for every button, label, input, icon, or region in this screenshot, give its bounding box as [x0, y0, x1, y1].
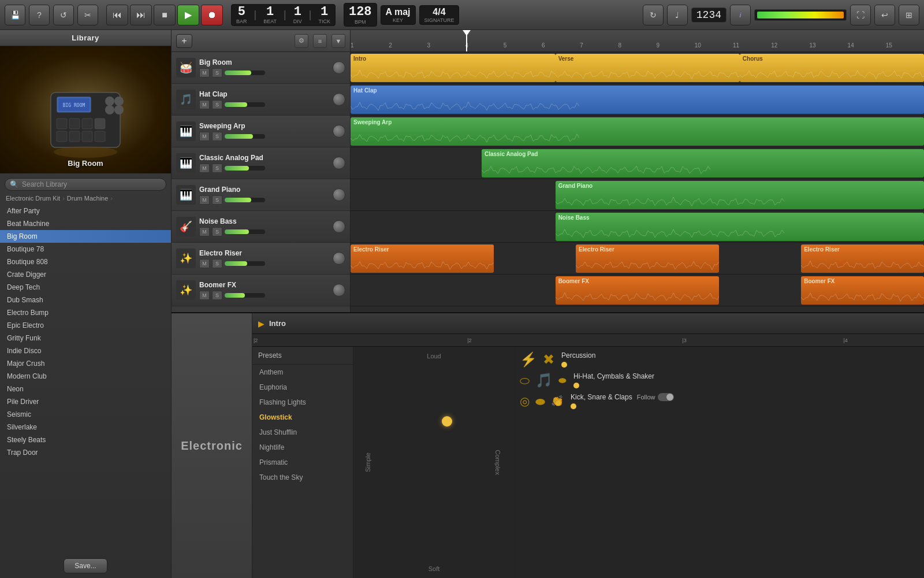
library-item-big-room[interactable]: Big Room [0, 230, 171, 243]
beat-play-icon[interactable]: ▶ [258, 319, 264, 328]
track-knob-electro-riser[interactable] [333, 252, 345, 265]
clip-boomer-fx[interactable]: Boomer FX [801, 276, 924, 305]
library-item-boutique-808[interactable]: Boutique 808 [0, 255, 171, 268]
disk-button[interactable]: 💾 [5, 5, 25, 25]
clip-electro-riser[interactable]: Electro Riser [576, 244, 719, 273]
library-item-dub-smash[interactable]: Dub Smash [0, 294, 171, 306]
track-tool-btn-1[interactable]: ⚙ [295, 34, 308, 48]
track-fader-hat-clap[interactable] [225, 102, 265, 107]
library-item-beat-machine[interactable]: Beat Machine [0, 217, 171, 230]
signature-display[interactable]: 4/4 signature [419, 5, 460, 25]
track-fader-grand-piano[interactable] [225, 198, 265, 202]
metronome-button[interactable]: ♩ [667, 5, 688, 25]
record-button[interactable]: ⏺ [201, 5, 223, 25]
library-item-after-party[interactable]: After Party [0, 205, 171, 217]
bpm-display[interactable]: 128 bpm [344, 3, 377, 27]
library-item-modern-club[interactable]: Modern Club [0, 370, 171, 383]
track-solo-noise-bass[interactable]: S [212, 227, 222, 236]
library-item-gritty-funk[interactable]: Gritty Funk [0, 332, 171, 344]
track-mute-hat-clap[interactable]: M [199, 100, 210, 109]
preset-touch-the-sky[interactable]: Touch the Sky [252, 470, 353, 485]
search-input[interactable] [22, 180, 161, 188]
search-bar[interactable]: 🔍 [5, 178, 166, 191]
scissors-button[interactable]: ✂ [77, 5, 98, 25]
clip-chorus[interactable]: Chorus [740, 54, 924, 82]
percussion-dot[interactable] [561, 362, 567, 368]
library-item-major-crush[interactable]: Major Crush [0, 357, 171, 370]
track-knob-classic-analog-pad[interactable] [333, 157, 345, 169]
track-solo-electro-riser[interactable]: S [212, 259, 222, 268]
clip-boomer-fx[interactable]: Boomer FX [556, 276, 720, 305]
library-item-trap-door[interactable]: Trap Door [0, 446, 171, 459]
library-item-seismic[interactable]: Seismic [0, 408, 171, 421]
track-solo-hat-clap[interactable]: S [212, 100, 222, 109]
clip-hat-clap[interactable]: Hat Clap [351, 86, 924, 114]
kick-dot[interactable] [571, 403, 576, 409]
library-item-neon[interactable]: Neon [0, 383, 171, 395]
library-item-deep-tech[interactable]: Deep Tech [0, 281, 171, 294]
track-mute-sweeping-arp[interactable]: M [199, 132, 210, 141]
preset-euphoria[interactable]: Euphoria [252, 380, 353, 395]
play-button[interactable]: ▶ [177, 5, 199, 25]
track-mute-classic-analog-pad[interactable]: M [199, 164, 210, 173]
loop-button[interactable]: ↺ [53, 5, 74, 25]
clip-intro[interactable]: Intro [351, 54, 556, 82]
track-mute-noise-bass[interactable]: M [199, 227, 210, 236]
track-fader-classic-analog-pad[interactable] [225, 166, 265, 171]
hihat-dot[interactable] [573, 383, 579, 388]
library-item-electro-bump[interactable]: Electro Bump [0, 306, 171, 319]
fastforward-button[interactable]: ⏭ [130, 5, 152, 25]
clip-noise-bass[interactable]: Noise Bass [556, 213, 924, 241]
track-knob-grand-piano[interactable] [333, 188, 345, 201]
track-fader-boomer-fx[interactable] [225, 293, 265, 298]
track-mute-big-room[interactable]: M [199, 68, 210, 77]
track-knob-boomer-fx[interactable] [333, 284, 345, 297]
undo-button[interactable]: ↩ [874, 5, 895, 25]
clip-electro-riser[interactable]: Electro Riser [351, 244, 494, 273]
clip-sweeping-arp[interactable]: Sweeping Arp [351, 117, 924, 146]
clip-verse[interactable]: Verse [556, 54, 740, 82]
library-item-pile-driver[interactable]: Pile Driver [0, 395, 171, 408]
library-item-indie-disco[interactable]: Indie Disco [0, 344, 171, 357]
help-button[interactable]: ? [29, 5, 50, 25]
track-mute-boomer-fx[interactable]: M [199, 291, 210, 300]
cycle-button[interactable]: ↻ [643, 5, 664, 25]
playhead[interactable] [466, 30, 467, 51]
library-item-steely-beats[interactable]: Steely Beats [0, 433, 171, 446]
clip-classic-analog-pad[interactable]: Classic Analog Pad [482, 149, 924, 177]
master-volume[interactable] [754, 9, 847, 21]
track-solo-grand-piano[interactable]: S [212, 195, 222, 205]
save-button[interactable]: Save... [64, 558, 107, 573]
track-fader-sweeping-arp[interactable] [225, 134, 265, 139]
preset-flashing-lights[interactable]: Flashing Lights [252, 395, 353, 410]
track-knob-noise-bass[interactable] [333, 220, 345, 233]
track-knob-hat-clap[interactable] [333, 93, 345, 106]
track-fader-electro-riser[interactable] [225, 261, 265, 266]
track-solo-big-room[interactable]: S [212, 68, 222, 77]
complexity-map[interactable]: Loud Soft Simple Complex [353, 347, 515, 578]
library-item-silverlake[interactable]: Silverlake [0, 421, 171, 433]
clip-electro-riser[interactable]: Electro Riser [801, 244, 924, 273]
track-knob-big-room[interactable] [333, 61, 345, 74]
share-button[interactable]: ⊞ [899, 5, 919, 25]
full-screen-button[interactable]: ⛶ [850, 5, 871, 25]
track-tool-btn-3[interactable]: ▼ [331, 34, 345, 48]
complexity-dot[interactable] [442, 416, 452, 427]
library-item-epic-electro[interactable]: Epic Electro [0, 319, 171, 332]
follow-toggle[interactable]: Follow [637, 393, 674, 401]
smart-help-button[interactable]: i [730, 5, 751, 25]
preset-nightlife[interactable]: Nightlife [252, 440, 353, 455]
track-solo-boomer-fx[interactable]: S [212, 291, 222, 300]
track-solo-classic-analog-pad[interactable]: S [212, 164, 222, 173]
clip-grand-piano[interactable]: Grand Piano [556, 181, 924, 209]
track-fader-big-room[interactable] [225, 71, 265, 75]
track-fader-noise-bass[interactable] [225, 229, 265, 234]
add-track-button[interactable]: + [176, 34, 192, 48]
stop-button[interactable]: ■ [154, 5, 176, 25]
library-item-crate-digger[interactable]: Crate Digger [0, 268, 171, 281]
preset-anthem[interactable]: Anthem [252, 365, 353, 380]
track-solo-sweeping-arp[interactable]: S [212, 132, 222, 141]
track-mute-grand-piano[interactable]: M [199, 195, 210, 205]
rewind-button[interactable]: ⏮ [106, 5, 128, 25]
library-item-boutique-78[interactable]: Boutique 78 [0, 243, 171, 255]
